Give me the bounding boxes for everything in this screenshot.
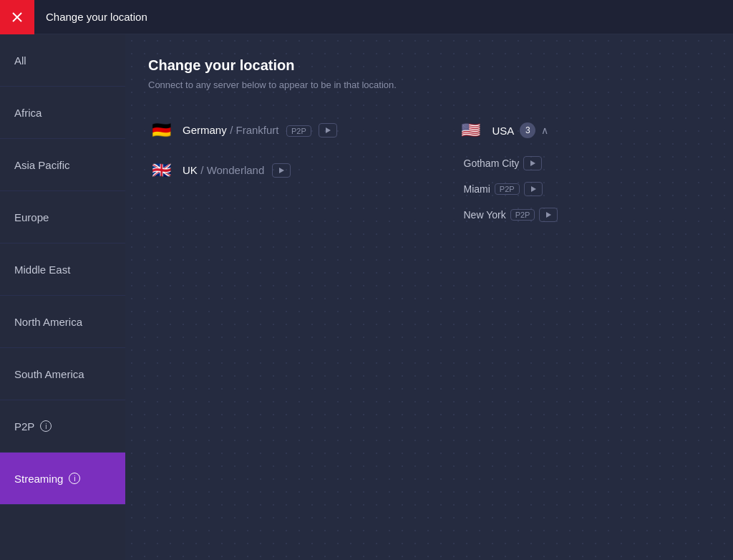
sidebar-item-asia-pacific[interactable]: Asia Pacific	[0, 139, 125, 191]
germany-flag: 🇩🇪	[148, 117, 174, 143]
sidebar-item-label: Asia Pacific	[14, 159, 70, 171]
server-item-uk[interactable]: 🇬🇧 UK / Wonderland	[148, 150, 415, 190]
right-column: 🇺🇸 USA 3 ∧ Gotham City	[444, 110, 711, 228]
streaming-info-icon[interactable]: i	[69, 473, 80, 484]
svg-marker-5	[531, 186, 536, 192]
sidebar-item-streaming[interactable]: Streaming i	[0, 453, 125, 505]
sidebar-item-label: Streaming	[14, 473, 63, 485]
sidebar-item-middle-east[interactable]: Middle East	[0, 243, 125, 296]
gotham-play-button[interactable]	[523, 156, 542, 170]
sidebar-item-label: Europe	[14, 211, 49, 223]
sidebar-item-label: North America	[14, 316, 82, 328]
usa-header[interactable]: 🇺🇸 USA 3 ∧	[458, 110, 711, 150]
sidebar-item-label: Africa	[14, 107, 42, 119]
sidebar-item-all[interactable]: All	[0, 34, 125, 87]
miami-city-name: Miami	[464, 183, 490, 195]
sidebar-item-south-america[interactable]: South America	[0, 348, 125, 400]
content-area: Change your location Connect to any serv…	[125, 34, 733, 560]
svg-marker-3	[279, 168, 284, 173]
uk-play-button[interactable]	[272, 163, 291, 178]
new-york-city-name: New York	[464, 209, 506, 221]
sidebar-item-label: Middle East	[14, 264, 70, 276]
usa-count-badge: 3	[520, 122, 535, 138]
title-bar-text: Change your location	[46, 11, 147, 23]
usa-flag: 🇺🇸	[458, 117, 484, 143]
sidebar-item-africa[interactable]: Africa	[0, 87, 125, 139]
svg-marker-6	[546, 212, 551, 218]
sidebar-item-north-america[interactable]: North America	[0, 296, 125, 348]
sidebar-item-europe[interactable]: Europe	[0, 191, 125, 243]
gotham-city-name: Gotham City	[464, 158, 520, 169]
page-title: Change your location	[148, 57, 710, 74]
sidebar: All Africa Asia Pacific Europe Middle Ea…	[0, 34, 125, 560]
uk-details: UK / Wonderland	[183, 163, 291, 178]
page-subtitle: Connect to any server below to appear to…	[148, 79, 710, 90]
uk-country: UK	[183, 164, 198, 176]
city-item-new-york[interactable]: New York P2P	[458, 202, 711, 228]
uk-flag: 🇬🇧	[148, 158, 174, 183]
sidebar-item-p2p[interactable]: P2P i	[0, 400, 125, 453]
germany-play-button[interactable]	[319, 123, 337, 137]
new-york-p2p-badge: P2P	[510, 209, 535, 221]
content-inner: Change your location Connect to any serv…	[148, 57, 710, 228]
usa-cities-list: Gotham City Miami P2P	[458, 150, 711, 228]
miami-play-button[interactable]	[524, 182, 543, 196]
sidebar-item-label: All	[14, 54, 26, 67]
miami-p2p-badge: P2P	[495, 183, 520, 195]
usa-collapse-icon[interactable]: ∧	[541, 125, 548, 136]
svg-marker-4	[530, 160, 535, 166]
usa-country: USA	[492, 125, 515, 137]
close-button[interactable]	[0, 0, 34, 34]
germany-city: / Frankfurt	[230, 124, 278, 136]
server-grid: 🇩🇪 Germany / Frankfurt P2P	[148, 110, 710, 228]
title-bar: Change your location	[0, 0, 733, 34]
sidebar-item-label: South America	[14, 368, 84, 380]
server-item-germany[interactable]: 🇩🇪 Germany / Frankfurt P2P	[148, 110, 415, 150]
left-column: 🇩🇪 Germany / Frankfurt P2P	[148, 110, 415, 228]
city-item-miami[interactable]: Miami P2P	[458, 176, 711, 202]
city-item-gotham[interactable]: Gotham City	[458, 150, 711, 176]
p2p-info-icon[interactable]: i	[40, 420, 52, 432]
germany-country: Germany	[183, 124, 227, 136]
germany-p2p-badge: P2P	[286, 125, 311, 137]
new-york-play-button[interactable]	[539, 208, 558, 222]
uk-city: / Wonderland	[200, 164, 264, 176]
svg-marker-2	[326, 127, 331, 133]
germany-details: Germany / Frankfurt P2P	[183, 123, 337, 137]
main-layout: All Africa Asia Pacific Europe Middle Ea…	[0, 34, 733, 560]
sidebar-item-label: P2P	[14, 420, 34, 433]
